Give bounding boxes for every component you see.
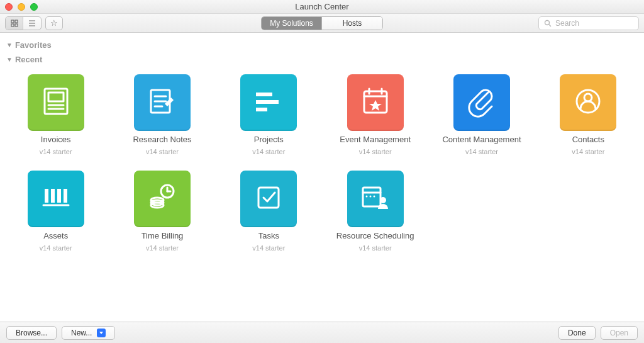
list-view-button[interactable] [23,17,41,30]
window-controls [5,3,38,11]
favorites-label: Favorites [15,40,52,50]
solution-card[interactable]: Resource Schedulingv14 starter [323,167,427,256]
svg-rect-19 [256,108,267,111]
contact-icon [570,84,606,121]
search-field[interactable] [538,16,639,30]
svg-rect-27 [51,189,55,203]
solution-tile [134,171,191,227]
dropdown-chevron-icon [97,329,106,337]
solution-card[interactable]: Contactsv14 starter [536,70,640,159]
solution-title: Research Notes [133,135,191,144]
solution-subtitle: v14 starter [359,244,392,252]
solution-title: Event Management [340,135,411,144]
svg-rect-26 [45,189,48,203]
svg-rect-29 [64,189,67,203]
svg-rect-17 [256,93,272,96]
recent-grid: Invoicesv14 starterResearch Notesv14 sta… [4,68,640,266]
svg-rect-10 [48,93,64,101]
window-title: Launch Center [0,2,644,11]
solution-tile [28,74,84,131]
event-icon [358,84,393,121]
solution-card[interactable]: Event Managementv14 starter [323,70,427,159]
star-icon: ☆ [50,18,58,28]
solution-subtitle: v14 starter [252,148,285,155]
solution-title: Projects [254,135,284,144]
solution-tile [347,171,404,227]
solution-tile [28,171,84,227]
recent-section-header[interactable]: ▼ Recent [4,53,640,68]
grid-icon [11,20,18,27]
solution-card[interactable]: Invoicesv14 starter [4,70,108,159]
minimize-window-button[interactable] [18,3,25,11]
svg-point-25 [584,94,592,101]
clip-icon [464,84,499,121]
recent-label: Recent [15,55,42,64]
time-icon [145,180,180,218]
svg-rect-3 [15,24,18,26]
solution-subtitle: v14 starter [40,148,72,155]
solution-tile [240,74,297,131]
solution-title: Invoices [41,135,71,144]
resource-icon [358,180,393,218]
disclosure-triangle-icon: ▼ [6,42,13,48]
solution-card[interactable]: Time Billingv14 starter [110,167,214,256]
toolbar: ☆ My Solutions Hosts [0,14,644,33]
svg-rect-0 [11,20,14,23]
maximize-window-button[interactable] [30,3,38,11]
svg-rect-1 [15,20,18,23]
svg-rect-38 [363,188,380,206]
solution-tile [347,74,404,131]
content-area: ▼ Favorites ▼ Recent Invoicesv14 starter… [0,33,644,322]
solution-tile [560,74,616,131]
solution-card[interactable]: Tasksv14 starter [217,167,321,256]
search-input[interactable] [555,19,633,28]
favorites-section-header[interactable]: ▼ Favorites [4,39,640,53]
svg-rect-18 [256,100,279,104]
tab-my-solutions[interactable]: My Solutions [262,17,322,30]
view-toggle [5,16,42,30]
svg-rect-28 [57,189,61,203]
assets-icon [38,180,74,218]
disclosure-triangle-icon: ▼ [6,56,13,63]
bottom-bar: Browse... New... Done Open [0,322,644,343]
open-button[interactable]: Open [601,326,638,340]
solution-card[interactable]: Content Managementv14 starter [430,70,533,159]
tab-hosts[interactable]: Hosts [322,17,382,30]
solution-subtitle: v14 starter [146,244,179,252]
svg-rect-2 [11,24,14,26]
solution-card[interactable]: Research Notesv14 starter [110,70,214,159]
solution-card[interactable]: Assetsv14 starter [4,167,108,256]
solution-title: Content Management [442,135,521,144]
solution-subtitle: v14 starter [146,148,179,155]
solution-tile [240,171,297,227]
list-icon [28,20,36,27]
solution-title: Tasks [258,231,279,240]
solution-subtitle: v14 starter [572,148,604,155]
search-icon [544,20,552,27]
solution-tile [453,74,510,131]
solution-title: Contacts [572,135,604,144]
segmented-control: My Solutions Hosts [261,16,383,30]
solution-subtitle: v14 starter [40,244,72,252]
favorites-toggle-button[interactable]: ☆ [45,16,63,30]
svg-point-43 [380,197,386,203]
solution-subtitle: v14 starter [465,148,498,155]
close-window-button[interactable] [5,3,13,11]
solution-title: Resource Scheduling [336,231,414,240]
projects-icon [251,84,286,121]
invoice-icon [38,84,74,121]
new-button[interactable]: New... [62,326,115,340]
done-button[interactable]: Done [558,326,596,340]
new-button-label: New... [71,329,92,337]
tasks-icon [251,180,286,218]
browse-button[interactable]: Browse... [6,326,57,340]
solution-title: Assets [43,231,68,240]
solution-card[interactable]: Projectsv14 starter [217,70,321,159]
svg-point-7 [545,20,550,25]
grid-view-button[interactable] [6,17,23,30]
notes-icon [145,84,180,121]
svg-rect-37 [258,188,279,208]
solution-subtitle: v14 starter [252,244,285,252]
svg-line-8 [549,25,551,26]
solution-subtitle: v14 starter [359,148,392,155]
